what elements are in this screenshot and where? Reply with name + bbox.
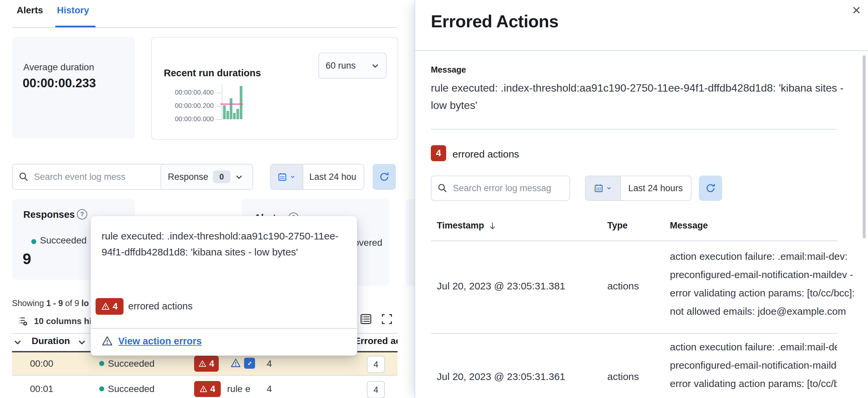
chart-tick-mark <box>216 93 222 93</box>
flyout-divider <box>431 129 837 129</box>
expander-column-chevron-icon[interactable] <box>13 338 22 346</box>
calendar-icon <box>594 184 603 193</box>
help-icon[interactable]: ? <box>77 209 87 219</box>
cell-alerts-count: 4 <box>267 358 272 369</box>
column-actions-chevron-icon[interactable] <box>78 338 86 346</box>
search-icon <box>437 183 447 193</box>
type-column-header[interactable]: Type <box>607 220 628 231</box>
refresh-icon <box>705 183 716 193</box>
sort-desc-arrow-icon <box>488 221 497 230</box>
chart-tick-mark <box>216 106 222 106</box>
chart-bar <box>223 105 226 119</box>
cell-type: actions <box>607 280 639 292</box>
flyout-title: Errored Actions <box>431 11 559 31</box>
chart-y-axis <box>222 85 222 120</box>
columns-hidden-button[interactable]: 10 columns hid <box>18 316 97 327</box>
showing-suffix: lo <box>81 299 89 308</box>
expand-cell-icon[interactable] <box>244 358 255 369</box>
search-placeholder: Search event log mess <box>34 172 126 182</box>
warning-icon <box>199 385 208 393</box>
showing-of: of 9 <box>63 299 82 308</box>
rule-details-page: Alerts History Average duration 00:00:00… <box>0 0 868 398</box>
errored-badge-count: 4 <box>210 384 215 394</box>
response-filter-button[interactable]: Response 0 <box>160 164 253 190</box>
flyout-scrollbar[interactable] <box>863 55 866 239</box>
error-log-search-input[interactable]: Search error log messag <box>431 176 570 201</box>
errored-actions-badge[interactable]: 4 <box>194 356 219 372</box>
recent-run-durations-title: Recent run durations <box>164 68 261 79</box>
chart-ytick-label: 00:00:00.000 <box>167 115 214 123</box>
succeeded-label: Succeeded <box>40 235 87 246</box>
errored-badge-count: 4 <box>209 359 214 369</box>
calendar-icon <box>278 172 287 182</box>
errored-actions-badge: 4 <box>96 298 124 315</box>
showing-count-text: Showing 1 - 9 of 9 lo <box>12 299 89 308</box>
cell-response: Succeeded <box>108 384 154 394</box>
message-label: Message <box>431 65 466 74</box>
errored-actions-badge[interactable]: 4 <box>194 381 221 397</box>
succeeded-status-dot <box>31 239 36 244</box>
cell-message: rule e <box>227 384 259 394</box>
refresh-button[interactable] <box>699 176 722 201</box>
table-row[interactable]: 00:00 Succeeded 4 4 4 <box>12 353 398 375</box>
chart-ytick-label: 00:00:00.400 <box>167 89 214 96</box>
cell-errored-actions[interactable]: 4 <box>367 381 385 398</box>
cell-message: action execution failure: .email:mail-de… <box>670 247 861 320</box>
errored-actions-label: errored actions <box>128 301 192 312</box>
chevron-down-icon <box>606 185 612 191</box>
refresh-button[interactable] <box>373 164 396 190</box>
chevron-down-icon <box>371 62 379 70</box>
cell-message: action execution failure: .email:mail-de… <box>670 338 837 398</box>
error-log-date-picker[interactable]: Last 24 hours <box>585 176 691 201</box>
errored-actions-flyout: Errored Actions ✕ Message rule executed:… <box>414 0 868 398</box>
refresh-icon <box>379 172 390 182</box>
duration-column-header[interactable]: Duration <box>32 336 70 346</box>
errored-actions-label: errored actions <box>453 149 519 160</box>
succeeded-count: 9 <box>23 250 31 268</box>
columns-icon <box>18 316 28 327</box>
popover-divider <box>91 328 357 329</box>
cell-timestamp: Jul 20, 2023 @ 23:05:31.381 <box>437 280 565 292</box>
cell-response: Succeeded <box>108 358 154 369</box>
errored-actions-column-header[interactable]: Errored ac <box>354 336 398 346</box>
fullscreen-icon[interactable] <box>381 313 393 325</box>
date-quick-select-button[interactable] <box>271 164 303 189</box>
event-log-date-picker[interactable]: Last 24 hou <box>270 164 364 190</box>
succeeded-status-dot <box>99 361 104 366</box>
table-row[interactable]: Jul 20, 2023 @ 23:05:31.381 actions acti… <box>431 241 837 333</box>
tab-history[interactable]: History <box>57 5 89 16</box>
chart-ytick-label: 00:00:00.200 <box>167 102 214 110</box>
timestamp-column-header[interactable]: Timestamp <box>437 220 497 231</box>
table-row[interactable]: Jul 20, 2023 @ 23:05:31.361 actions acti… <box>431 334 837 398</box>
table-row[interactable]: 00:01 Succeeded 4 rule e 4 4 <box>12 376 398 398</box>
tabs-divider <box>12 27 398 28</box>
runs-count-select[interactable]: 60 runs <box>318 53 386 79</box>
search-icon <box>19 172 29 182</box>
view-action-errors-link[interactable]: View action errors <box>101 335 202 347</box>
display-options-icon[interactable] <box>360 313 372 325</box>
date-quick-select-button[interactable] <box>586 176 621 200</box>
chart-tick-mark <box>216 119 222 120</box>
chart-bar <box>237 109 239 119</box>
warning-outline-icon <box>101 335 113 347</box>
tab-alerts[interactable]: Alerts <box>17 5 43 16</box>
chevron-down-icon <box>290 174 296 180</box>
succeeded-status-dot <box>99 386 104 391</box>
flyout-message: rule executed: .index-threshold:aa91c190… <box>431 79 844 114</box>
cell-errored-actions[interactable]: 4 <box>367 356 385 373</box>
showing-range: 1 - 9 <box>46 299 63 308</box>
message-popover: rule executed: .index-threshold:aa91c190… <box>91 216 357 356</box>
showing-prefix: Showing <box>12 299 46 308</box>
response-filter-count-badge: 0 <box>213 171 230 183</box>
cell-duration: 00:00 <box>30 358 53 369</box>
errored-badge-count: 4 <box>113 301 118 312</box>
message-column-header[interactable]: Message <box>670 220 708 231</box>
warning-outline-icon <box>230 358 241 368</box>
cell-duration: 00:01 <box>30 384 53 394</box>
chart-bar <box>240 86 242 119</box>
average-duration-value: 00:00:00.233 <box>23 76 96 90</box>
cell-type: actions <box>607 371 639 382</box>
close-icon[interactable]: ✕ <box>852 5 861 16</box>
responses-title: Responses <box>23 209 75 220</box>
chart-average-line <box>220 103 243 104</box>
